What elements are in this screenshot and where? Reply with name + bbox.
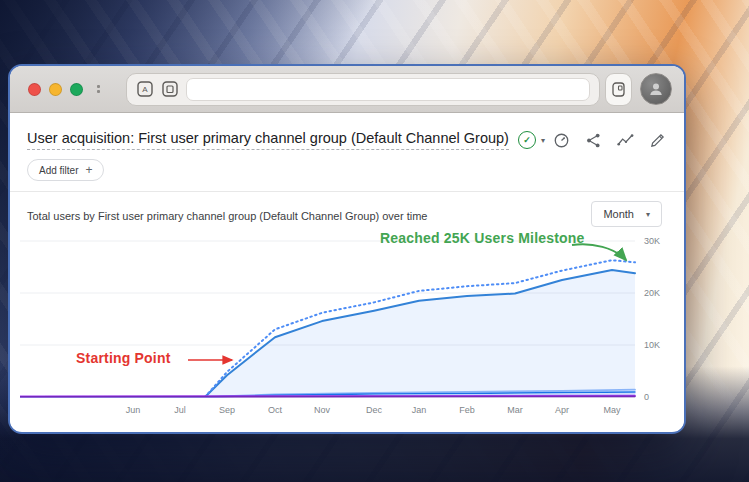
granularity-dropdown[interactable]: Month ▾ <box>591 201 662 227</box>
x-axis-label: May <box>603 405 621 415</box>
svg-text:A: A <box>142 85 148 94</box>
minimize-button[interactable] <box>49 83 62 96</box>
url-input[interactable] <box>186 78 590 101</box>
x-axis-label: Feb <box>459 405 475 415</box>
chart-title: Total users by First user primary channe… <box>27 201 427 222</box>
page-icon <box>612 82 625 97</box>
report-title-row: User acquisition: First user primary cha… <box>10 113 684 150</box>
browser-toolbar: A <box>126 73 600 106</box>
area-primary-channel-solid <box>20 270 635 397</box>
granularity-value: Month <box>603 208 634 220</box>
line-chart[interactable]: 010K20K30KJunJulSepOctNovDecJanFebMarApr… <box>20 229 668 421</box>
browser-titlebar: A <box>10 66 684 113</box>
y-axis-label: 10K <box>644 340 660 350</box>
reader-mode-icon[interactable]: A <box>136 80 154 98</box>
add-filter-label: Add filter <box>39 165 78 176</box>
x-axis-label: Jun <box>126 405 141 415</box>
page-tools-button[interactable] <box>605 73 632 106</box>
x-axis-label: Jan <box>412 405 427 415</box>
traffic-lights <box>28 83 100 96</box>
analytics-report-page: User acquisition: First user primary cha… <box>10 113 684 431</box>
x-axis-label: Oct <box>268 405 283 415</box>
chevron-down-icon: ▾ <box>646 210 650 219</box>
x-axis-label: Apr <box>555 405 569 415</box>
x-axis-label: Dec <box>366 405 383 415</box>
chart-area: 010K20K30KJunJulSepOctNovDecJanFebMarApr… <box>20 229 680 425</box>
user-icon <box>648 81 664 97</box>
y-axis-label: 20K <box>644 288 660 298</box>
add-filter-button[interactable]: Add filter + <box>27 159 104 181</box>
milestone-annotation: Reached 25K Users Milestone <box>380 230 585 246</box>
x-axis-label: Sep <box>219 405 235 415</box>
tab-overview-icon[interactable] <box>161 80 179 98</box>
window-deco <box>97 85 100 93</box>
page-title: User acquisition: First user primary cha… <box>27 130 509 150</box>
x-axis-label: Jul <box>174 405 186 415</box>
y-axis-label: 0 <box>644 392 649 402</box>
close-button[interactable] <box>28 83 41 96</box>
x-axis-label: Nov <box>314 405 331 415</box>
insights-icon[interactable] <box>553 132 570 149</box>
chart-card-header: Total users by First user primary channe… <box>10 192 684 227</box>
filter-row: Add filter + <box>10 150 684 181</box>
milestone-arrow <box>572 244 626 260</box>
starting-point-annotation: Starting Point <box>76 350 171 366</box>
x-axis-label: Mar <box>507 405 523 415</box>
y-axis-label: 30K <box>644 236 660 246</box>
data-quality-badge[interactable]: ✓ <box>518 131 536 149</box>
browser-window: A User acquisition: First user primary c… <box>8 64 686 434</box>
share-icon[interactable] <box>585 132 602 149</box>
edit-pencil-icon[interactable] <box>649 132 666 149</box>
zoom-button[interactable] <box>70 83 83 96</box>
check-icon: ✓ <box>523 135 531 145</box>
profile-avatar-button[interactable] <box>640 73 672 105</box>
plus-icon: + <box>85 163 92 177</box>
report-actions <box>553 132 666 149</box>
analytics-intelligence-icon[interactable] <box>617 132 634 149</box>
chevron-down-icon[interactable]: ▾ <box>541 136 545 145</box>
